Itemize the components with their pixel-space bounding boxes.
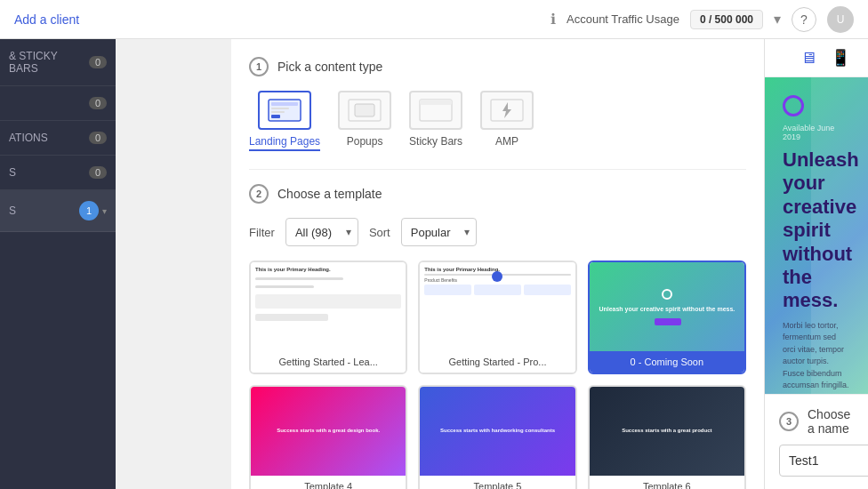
preview-body-text: Morbi leo tortor, fermentum sed orci vit…	[783, 320, 850, 394]
svg-rect-8	[420, 100, 452, 105]
sidebar-badge: 0	[89, 166, 107, 179]
template-label-5: Template 5	[420, 476, 575, 489]
content-types: Landing Pages Popups Sti	[249, 91, 746, 151]
template-card-5[interactable]: Success starts with hardworking consulta…	[418, 385, 576, 489]
sort-label: Sort	[369, 226, 390, 239]
step1-number: 1	[249, 57, 269, 76]
preview-landing-page: Available June 2019 Unleash your creativ…	[765, 77, 868, 394]
filter-label: Filter	[249, 226, 275, 239]
template-card-3[interactable]: Unleash your creative spirit without the…	[588, 261, 746, 374]
help-button[interactable]: ?	[792, 7, 816, 32]
template-card-6[interactable]: Success starts with a great product Temp…	[588, 385, 746, 489]
sidebar-item-sticky-bars[interactable]: & STICKY BARS 0	[0, 39, 116, 86]
preview-toolbar: 🖥 📱	[765, 39, 868, 77]
template-thumb-6: Success starts with a great product	[590, 387, 744, 476]
amp-label: AMP	[495, 135, 518, 148]
add-client-link[interactable]: Add a client	[14, 12, 79, 27]
name-section: 3 Choose a name Start with th	[765, 394, 868, 489]
template-card-4[interactable]: Success starts with a great design book.…	[249, 385, 407, 489]
template-thumb-5: Success starts with hardworking consulta…	[420, 387, 575, 476]
sidebar-chevron-icon: ▾	[102, 206, 107, 216]
popups-label: Popups	[347, 135, 383, 148]
template-label-6: Template 6	[590, 476, 744, 489]
sort-select[interactable]: Popular	[401, 218, 477, 246]
sidebar-badge: 0	[89, 97, 107, 109]
template-label-3: 0 - Coming Soon	[590, 351, 744, 373]
type-landing-pages[interactable]: Landing Pages	[249, 91, 320, 151]
sidebar-item-label: ATIONS	[9, 132, 48, 144]
step2-number: 2	[249, 184, 269, 204]
traffic-label: Account Traffic Usage	[567, 12, 679, 26]
sidebar-item-ations[interactable]: ATIONS 0	[0, 121, 116, 156]
page-name-input[interactable]	[779, 445, 868, 477]
sidebar-item-label: S	[9, 204, 16, 217]
sidebar: & STICKY BARS 0 0 ATIONS 0 S 0 S 1 ▾	[0, 39, 116, 489]
template-thumb-1: This is your Primary Heading.	[251, 262, 406, 351]
mobile-icon[interactable]: 📱	[827, 46, 854, 69]
sidebar-badge: 0	[89, 56, 107, 68]
filter-sort-row: Filter All (98) Sort Popular	[249, 218, 746, 246]
sort-select-wrapper: Popular	[401, 218, 477, 246]
template-card-2[interactable]: This is your Primary Heading. Product Be…	[418, 261, 576, 374]
header-right: ℹ Account Traffic Usage 0 / 500 000 ▾ ? …	[551, 6, 854, 33]
desktop-icon[interactable]: 🖥	[797, 47, 820, 69]
filter-select[interactable]: All (98)	[285, 218, 358, 246]
traffic-value: 0 / 500 000	[690, 10, 763, 29]
filter-select-wrapper: All (98)	[285, 218, 358, 246]
step1-row: 1 Pick a content type	[249, 57, 746, 76]
landing-pages-icon	[258, 91, 311, 130]
sidebar-item-2[interactable]: 0	[0, 86, 116, 121]
main-content: 1 Pick a content type Landing Pages	[231, 39, 868, 489]
template-label-1: Getting Started - Lea...	[251, 351, 406, 373]
type-sticky-bars[interactable]: Sticky Bars	[409, 91, 462, 151]
sidebar-badge: 0	[89, 132, 107, 144]
name-input-row: Start with th	[779, 445, 854, 477]
step3-number: 3	[779, 412, 799, 431]
template-card-1[interactable]: This is your Primary Heading. Getting St…	[249, 261, 407, 374]
svg-rect-3	[271, 111, 285, 113]
header: Add a client ℹ Account Traffic Usage 0 /…	[0, 0, 868, 39]
svg-rect-6	[355, 104, 374, 116]
amp-icon	[480, 91, 534, 130]
step1-title: Pick a content type	[277, 60, 382, 74]
popups-icon	[338, 91, 391, 130]
right-panel: 🖥 📱 Available June 2019 Unleash your cre…	[765, 39, 868, 489]
type-popups[interactable]: Popups	[338, 91, 391, 151]
preview-content: Available June 2019 Unleash your creativ…	[765, 77, 868, 394]
preview-logo	[783, 95, 804, 116]
sidebar-item-label: & STICKY BARS	[9, 50, 89, 75]
preview-headline: Unleash your creative spirit without the…	[783, 148, 850, 313]
type-amp[interactable]: AMP	[480, 91, 534, 151]
step3-title: Choose a name	[808, 407, 854, 436]
left-panel: 1 Pick a content type Landing Pages	[231, 39, 765, 489]
template-label-2: Getting Started - Pro...	[420, 351, 575, 373]
step3-row: 3 Choose a name	[779, 407, 854, 436]
step2-row: 2 Choose a template	[249, 184, 746, 204]
template-grid: This is your Primary Heading. Getting St…	[249, 261, 746, 489]
template-thumb-3: Unleash your creative spirit without the…	[590, 262, 744, 351]
sidebar-item-label: S	[9, 166, 16, 179]
template-thumb-2: This is your Primary Heading. Product Be…	[420, 262, 575, 351]
template-label-4: Template 4	[251, 476, 406, 489]
sidebar-item-active[interactable]: S 1 ▾	[0, 190, 116, 232]
sticky-bars-label: Sticky Bars	[409, 135, 462, 148]
preview-available-text: Available June 2019	[783, 124, 850, 141]
sidebar-badge-circle: 1	[79, 201, 99, 220]
info-icon: ℹ	[551, 11, 556, 28]
landing-pages-label: Landing Pages	[249, 135, 320, 151]
sticky-bars-icon	[409, 91, 462, 130]
template-thumb-4: Success starts with a great design book.	[251, 387, 406, 476]
svg-rect-4	[271, 115, 280, 118]
traffic-chevron[interactable]: ▾	[774, 11, 781, 28]
step2-title: Choose a template	[277, 187, 382, 201]
svg-rect-1	[271, 102, 298, 106]
step-divider	[249, 169, 746, 170]
user-avatar[interactable]: U	[827, 6, 854, 33]
sidebar-item-s[interactable]: S 0	[0, 156, 116, 190]
svg-rect-2	[271, 108, 289, 109]
